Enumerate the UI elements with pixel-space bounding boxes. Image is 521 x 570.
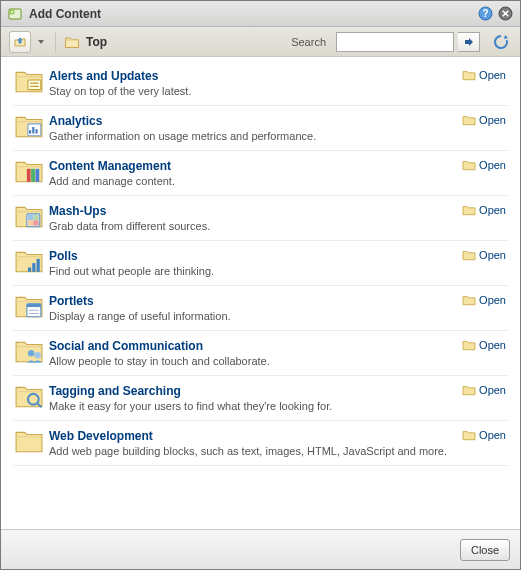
alerts-folder-icon <box>15 67 43 95</box>
category-title-link[interactable]: Alerts and Updates <box>49 69 450 83</box>
titlebar: Add Content ? <box>1 1 520 27</box>
svg-rect-16 <box>32 263 35 272</box>
social-folder-icon <box>15 337 43 365</box>
category-description: Stay on top of the very latest. <box>49 85 450 97</box>
open-label: Open <box>479 294 506 306</box>
list-item: Tagging and SearchingMake it easy for yo… <box>13 376 508 421</box>
category-title-link[interactable]: Portlets <box>49 294 450 308</box>
open-link[interactable]: Open <box>462 294 506 306</box>
open-link[interactable]: Open <box>462 384 506 396</box>
up-button[interactable] <box>9 31 31 53</box>
category-title-link[interactable]: Analytics <box>49 114 450 128</box>
category-title-link[interactable]: Polls <box>49 249 450 263</box>
svg-rect-9 <box>35 169 39 182</box>
list-item: Web DevelopmentAdd web page building blo… <box>13 421 508 466</box>
open-label: Open <box>479 429 506 441</box>
folder-icon <box>462 429 476 441</box>
search-label: Search <box>291 36 326 48</box>
open-link[interactable]: Open <box>462 69 506 81</box>
open-link[interactable]: Open <box>462 204 506 216</box>
svg-rect-5 <box>28 80 41 90</box>
search-input[interactable] <box>336 32 454 52</box>
mashups-folder-icon <box>15 202 43 230</box>
folder-icon <box>462 114 476 126</box>
open-link[interactable]: Open <box>462 114 506 126</box>
category-description: Add and manage content. <box>49 175 450 187</box>
category-title-link[interactable]: Web Development <box>49 429 450 443</box>
open-label: Open <box>479 384 506 396</box>
list-item: PortletsDisplay a range of useful inform… <box>13 286 508 331</box>
svg-text:?: ? <box>482 8 488 19</box>
history-dropdown[interactable] <box>35 31 47 53</box>
open-label: Open <box>479 249 506 261</box>
open-label: Open <box>479 69 506 81</box>
category-list: Alerts and UpdatesStay on top of the ver… <box>1 57 520 529</box>
svg-rect-11 <box>28 215 33 220</box>
dialog-title: Add Content <box>29 7 478 21</box>
tagging-folder-icon <box>15 382 43 410</box>
help-icon[interactable]: ? <box>478 6 494 22</box>
svg-rect-19 <box>27 304 41 307</box>
folder-icon <box>462 69 476 81</box>
list-item: Mash-UpsGrab data from different sources… <box>13 196 508 241</box>
breadcrumb-label: Top <box>86 35 107 49</box>
list-item: AnalyticsGather information on usage met… <box>13 106 508 151</box>
category-description: Add web page building blocks, such as te… <box>49 445 450 457</box>
open-link[interactable]: Open <box>462 249 506 261</box>
refresh-icon[interactable] <box>490 31 512 53</box>
category-title-link[interactable]: Tagging and Searching <box>49 384 450 398</box>
toolbar: Top Search <box>1 27 520 57</box>
svg-rect-12 <box>33 215 38 220</box>
open-label: Open <box>479 159 506 171</box>
add-content-dialog: Add Content ? <box>0 0 521 570</box>
svg-rect-7 <box>27 169 31 182</box>
category-description: Grab data from different sources. <box>49 220 450 232</box>
open-link[interactable]: Open <box>462 429 506 441</box>
toolbar-separator <box>55 32 56 52</box>
folder-icon <box>64 34 80 50</box>
category-description: Find out what people are thinking. <box>49 265 450 277</box>
open-link[interactable]: Open <box>462 339 506 351</box>
category-title-link[interactable]: Content Management <box>49 159 450 173</box>
category-description: Make it easy for your users to find what… <box>49 400 450 412</box>
close-button[interactable]: Close <box>460 539 510 561</box>
list-item: Content ManagementAdd and manage content… <box>13 151 508 196</box>
folder-icon <box>462 339 476 351</box>
category-description: Gather information on usage metrics and … <box>49 130 450 142</box>
svg-point-20 <box>28 350 34 356</box>
dialog-icon <box>7 6 23 22</box>
svg-rect-17 <box>37 259 40 272</box>
search-go-button[interactable] <box>458 32 480 52</box>
open-link[interactable]: Open <box>462 159 506 171</box>
open-label: Open <box>479 114 506 126</box>
list-item: Alerts and UpdatesStay on top of the ver… <box>13 61 508 106</box>
portlets-folder-icon <box>15 292 43 320</box>
folder-icon <box>462 294 476 306</box>
folder-icon <box>462 159 476 171</box>
category-title-link[interactable]: Social and Communication <box>49 339 450 353</box>
open-label: Open <box>479 204 506 216</box>
svg-rect-15 <box>28 267 31 271</box>
webdev-folder-icon <box>15 427 43 455</box>
breadcrumb[interactable]: Top <box>64 34 107 50</box>
category-description: Display a range of useful information. <box>49 310 450 322</box>
list-item: Social and CommunicationAllow people to … <box>13 331 508 376</box>
svg-rect-8 <box>31 169 35 182</box>
folder-icon <box>462 204 476 216</box>
category-title-link[interactable]: Mash-Ups <box>49 204 450 218</box>
content-folder-icon <box>15 157 43 185</box>
folder-icon <box>462 384 476 396</box>
analytics-folder-icon <box>15 112 43 140</box>
close-icon[interactable] <box>498 6 514 22</box>
open-label: Open <box>479 339 506 351</box>
folder-icon <box>462 249 476 261</box>
footer: Close <box>1 529 520 569</box>
polls-folder-icon <box>15 247 43 275</box>
svg-point-21 <box>34 352 40 358</box>
category-description: Allow people to stay in touch and collab… <box>49 355 450 367</box>
svg-rect-14 <box>33 220 38 225</box>
svg-rect-13 <box>28 220 33 225</box>
list-item: PollsFind out what people are thinking.O… <box>13 241 508 286</box>
